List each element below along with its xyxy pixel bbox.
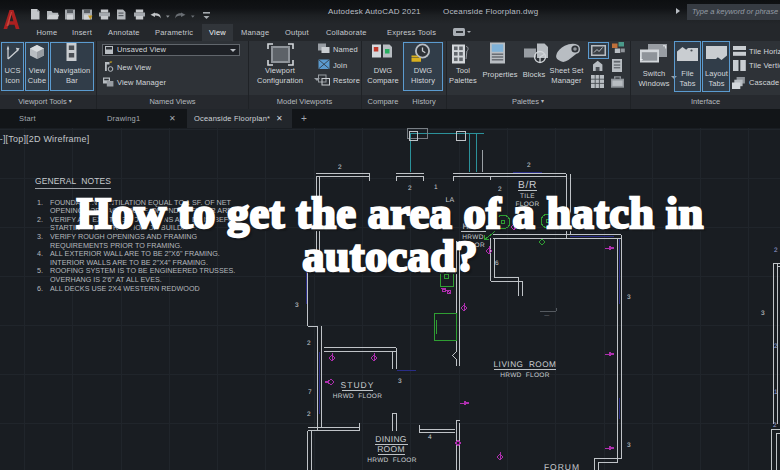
svg-text:3: 3 xyxy=(398,378,402,385)
svg-text:HRWD FLOOR: HRWD FLOOR xyxy=(333,393,382,400)
svg-text:FORUM: FORUM xyxy=(544,462,580,470)
svg-text:HRWD FLOOR: HRWD FLOOR xyxy=(367,457,416,464)
svg-text:2: 2 xyxy=(307,340,311,347)
svg-text:7: 7 xyxy=(308,389,312,396)
svg-text:2: 2 xyxy=(773,422,777,429)
svg-text:3: 3 xyxy=(627,442,631,449)
svg-text:STUDY: STUDY xyxy=(341,380,375,390)
svg-text:—: — xyxy=(544,313,549,319)
svg-text:3: 3 xyxy=(761,310,765,317)
svg-text:2: 2 xyxy=(307,411,311,418)
svg-text:2: 2 xyxy=(527,162,531,169)
svg-text:ROOM: ROOM xyxy=(377,444,405,454)
svg-text:1: 1 xyxy=(774,389,778,396)
svg-text:HRWD FLOOR: HRWD FLOOR xyxy=(500,372,549,379)
svg-text:2: 2 xyxy=(774,343,778,350)
svg-text:3: 3 xyxy=(295,302,299,309)
svg-text:3: 3 xyxy=(627,294,631,301)
svg-text:4: 4 xyxy=(428,434,432,441)
svg-text:LIVING ROOM: LIVING ROOM xyxy=(494,360,557,369)
svg-text:2: 2 xyxy=(338,164,342,171)
svg-text:DINING: DINING xyxy=(375,434,407,444)
